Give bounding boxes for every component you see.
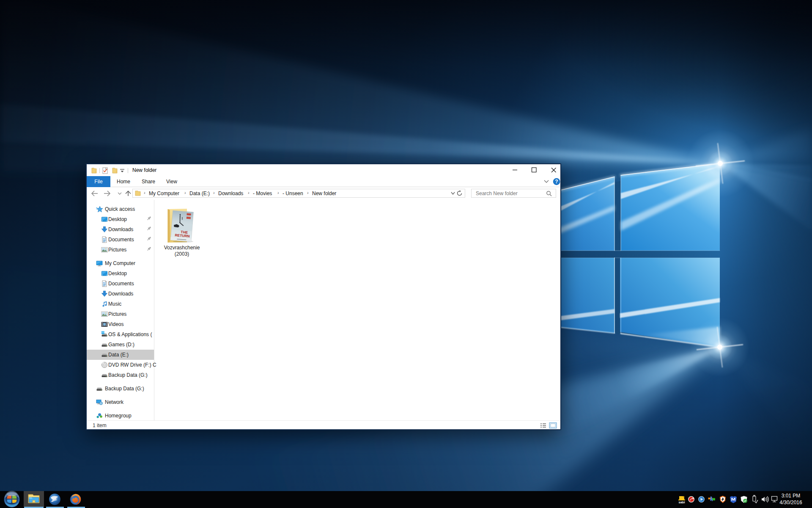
svg-text:?: ? xyxy=(555,179,558,185)
svg-text:sabi: sabi xyxy=(678,500,685,504)
